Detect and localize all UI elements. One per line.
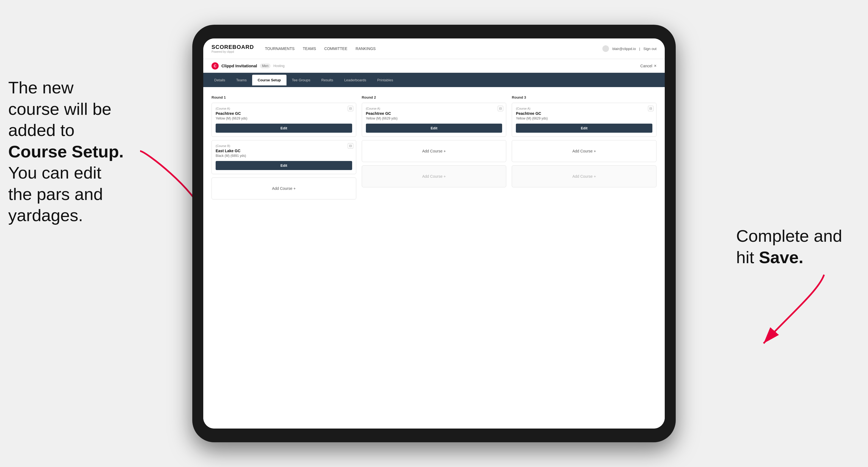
annotation-line6: the pars and xyxy=(8,185,103,204)
round3-course-a-delete-button[interactable]: ⊟ xyxy=(648,106,653,111)
nav-tournaments[interactable]: TOURNAMENTS xyxy=(265,45,294,52)
tablet-frame: SCOREBOARD Powered by clippd TOURNAMENTS… xyxy=(192,25,676,442)
round3-course-a-tag: (Course A) xyxy=(516,107,652,110)
nav-teams[interactable]: TEAMS xyxy=(303,45,316,52)
round3-course-a-name: Peachtree GC xyxy=(516,111,652,116)
annotation-line1: The new xyxy=(8,78,73,97)
round-3-column: Round 3 ⊟ (Course A) Peachtree GC Yellow… xyxy=(512,95,656,203)
round1-add-course-text: Add Course + xyxy=(272,186,296,191)
tab-bar: Details Teams Course Setup Tee Groups Re… xyxy=(203,73,665,87)
round2-add-course-text: Add Course + xyxy=(422,149,446,153)
nav-committee[interactable]: COMMITTEE xyxy=(324,45,347,52)
sign-out-link[interactable]: Sign out xyxy=(643,47,656,51)
annotation-line3: added to xyxy=(8,121,74,139)
tab-teams[interactable]: Teams xyxy=(231,75,252,86)
round-1-label: Round 1 xyxy=(212,95,356,99)
round1-course-b-tag: (Course B) xyxy=(216,144,352,148)
round2-add-course-disabled-text: Add Course + xyxy=(422,174,446,179)
round1-course-a-tag: (Course A) xyxy=(216,107,352,110)
nav-rankings[interactable]: RANKINGS xyxy=(356,45,376,52)
round3-course-a-edit-button[interactable]: Edit xyxy=(516,124,652,133)
round-3-label: Round 3 xyxy=(512,95,656,99)
round2-course-a-edit-button[interactable]: Edit xyxy=(366,124,502,133)
hosting-status: Hosting xyxy=(273,64,285,68)
breadcrumb-letter: C xyxy=(214,64,216,68)
annotation-right-line1: Complete and xyxy=(736,226,842,245)
tournament-badge: Men xyxy=(260,63,271,68)
round1-course-a-card: ⊟ (Course A) Peachtree GC Yellow (M) (66… xyxy=(212,103,356,137)
annotation-line7: yardages. xyxy=(8,206,83,225)
round2-course-a-name: Peachtree GC xyxy=(366,111,502,116)
annotation-right-bold: Save. xyxy=(759,248,803,267)
tab-details[interactable]: Details xyxy=(209,75,231,86)
round1-add-course-card[interactable]: Add Course + xyxy=(212,178,356,199)
tab-printables[interactable]: Printables xyxy=(372,75,399,86)
round2-add-course-disabled-card: Add Course + xyxy=(362,165,506,187)
round2-add-course-card[interactable]: Add Course + xyxy=(362,140,506,162)
round-2-column: Round 2 ⊟ (Course A) Peachtree GC Yellow… xyxy=(362,95,506,203)
round2-course-a-tag: (Course A) xyxy=(366,107,502,110)
scoreboard-logo: SCOREBOARD Powered by clippd xyxy=(212,44,254,53)
arrow-right-icon xyxy=(742,269,840,352)
logo-main: SCOREBOARD xyxy=(212,44,254,50)
main-content: Round 1 ⊟ (Course A) Peachtree GC Yellow… xyxy=(203,87,665,429)
nav-separator: | xyxy=(639,47,640,51)
annotation-line2: course will be xyxy=(8,99,112,118)
round-1-column: Round 1 ⊟ (Course A) Peachtree GC Yellow… xyxy=(212,95,356,203)
round3-add-course-disabled-card: Add Course + xyxy=(512,165,656,187)
nav-right: blair@clippd.io | Sign out xyxy=(602,45,656,52)
cancel-area: Cancel × xyxy=(640,63,656,68)
breadcrumb: C Clippd Invitational Men Hosting xyxy=(212,62,285,69)
close-icon[interactable]: × xyxy=(654,63,656,68)
round1-course-a-delete-button[interactable]: ⊟ xyxy=(348,106,353,111)
breadcrumb-bar: C Clippd Invitational Men Hosting Cancel… xyxy=(203,59,665,73)
breadcrumb-logo-icon: C xyxy=(212,62,219,69)
nav-bar: SCOREBOARD Powered by clippd TOURNAMENTS… xyxy=(203,38,665,59)
annotation-line5: You can edit xyxy=(8,163,101,182)
round-2-label: Round 2 xyxy=(362,95,506,99)
round3-course-a-details: Yellow (M) (6629 yds) xyxy=(516,117,652,120)
round1-course-b-name: East Lake GC xyxy=(216,149,352,153)
annotation-right: Complete and hit Save. xyxy=(736,225,851,268)
round1-course-b-delete-button[interactable]: ⊟ xyxy=(348,143,353,149)
tournament-title: Clippd Invitational xyxy=(221,63,257,68)
round3-add-course-disabled-text: Add Course + xyxy=(572,174,596,179)
round3-add-course-card[interactable]: Add Course + xyxy=(512,140,656,162)
round1-course-b-details: Black (M) (6891 yds) xyxy=(216,154,352,158)
annotation-right-line2: hit xyxy=(736,248,759,267)
round1-course-a-name: Peachtree GC xyxy=(216,111,352,116)
round3-add-course-text: Add Course + xyxy=(572,149,596,153)
logo-sub: Powered by clippd xyxy=(212,50,254,53)
tab-leaderboards[interactable]: Leaderboards xyxy=(339,75,372,86)
round1-course-b-edit-button[interactable]: Edit xyxy=(216,161,352,170)
annotation-bold: Course Setup. xyxy=(8,142,124,161)
round2-course-a-details: Yellow (M) (6629 yds) xyxy=(366,117,502,120)
round2-course-a-delete-button[interactable]: ⊟ xyxy=(498,106,503,111)
tab-results[interactable]: Results xyxy=(316,75,339,86)
round3-course-a-card: ⊟ (Course A) Peachtree GC Yellow (M) (66… xyxy=(512,103,656,137)
tab-tee-groups[interactable]: Tee Groups xyxy=(286,75,316,86)
rounds-grid: Round 1 ⊟ (Course A) Peachtree GC Yellow… xyxy=(212,95,656,203)
nav-links: TOURNAMENTS TEAMS COMMITTEE RANKINGS xyxy=(265,45,602,52)
tablet-screen: SCOREBOARD Powered by clippd TOURNAMENTS… xyxy=(203,38,665,429)
round2-course-a-card: ⊟ (Course A) Peachtree GC Yellow (M) (66… xyxy=(362,103,506,137)
cancel-label[interactable]: Cancel xyxy=(640,64,652,68)
user-email: blair@clippd.io xyxy=(612,47,636,51)
user-avatar xyxy=(602,45,609,52)
round1-course-b-card: ⊟ (Course B) East Lake GC Black (M) (689… xyxy=(212,140,356,174)
round1-course-a-details: Yellow (M) (6629 yds) xyxy=(216,117,352,120)
tab-course-setup[interactable]: Course Setup xyxy=(252,75,286,86)
round1-course-a-edit-button[interactable]: Edit xyxy=(216,124,352,133)
